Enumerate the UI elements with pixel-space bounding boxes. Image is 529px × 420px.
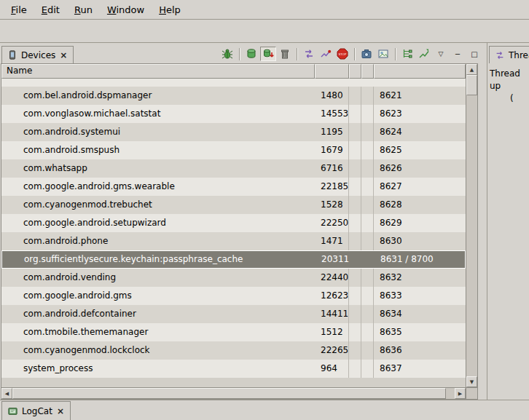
column-header-empty-1[interactable] — [349, 64, 361, 79]
cell-name: com.google.android.setupwizard — [1, 214, 315, 232]
cell-empty-2 — [361, 269, 374, 287]
report-icon — [377, 48, 389, 60]
cell-empty-2 — [361, 305, 374, 323]
cell-pid: 22265 — [315, 341, 349, 360]
menu-window[interactable]: Window — [101, 1, 151, 18]
update-threads-button[interactable] — [301, 47, 317, 61]
table-row[interactable]: com.google.android.setupwizard 22250 862… — [1, 214, 466, 232]
cell-empty-1 — [350, 251, 362, 268]
cell-empty-1 — [349, 178, 361, 196]
cell-pid: 20311 — [316, 251, 350, 268]
table-row[interactable]: com.android.systemui 1195 8624 — [1, 123, 466, 141]
table-row[interactable]: system_process 964 8637 — [1, 360, 466, 378]
menu-edit[interactable]: Edit — [35, 1, 66, 18]
method-profiling-button[interactable] — [318, 47, 334, 61]
main-toolbar — [0, 20, 529, 43]
minimize-button[interactable]: ─ — [450, 47, 466, 61]
table-row[interactable]: com.google.android.gms 12623 8633 — [1, 287, 466, 305]
dump-hprof-button[interactable] — [260, 47, 276, 61]
svg-text:STOP: STOP — [339, 52, 347, 56]
table-row[interactable]: com.whatsapp 6716 8626 — [1, 159, 466, 178]
cell-empty-2 — [361, 214, 374, 232]
table-row[interactable]: com.vonglasow.michael.satstat 14553 8623 — [1, 105, 466, 123]
device-icon — [7, 49, 17, 60]
table-row[interactable]: com.tmobile.thememanager 1512 8635 — [1, 323, 466, 341]
close-icon[interactable]: × — [59, 52, 68, 59]
table-row-partial — [1, 79, 466, 87]
column-header-pid[interactable] — [315, 64, 349, 79]
table-row[interactable]: org.sufficientlysecure.keychain:passphra… — [1, 250, 466, 269]
horizontal-scrollbar[interactable]: ◀ ▶ — [1, 388, 466, 399]
vertical-scrollbar[interactable]: ▲ ▼ — [466, 64, 477, 387]
threads-panel-header: Threads × — [487, 43, 529, 63]
cell-name: org.sufficientlysecure.keychain:passphra… — [2, 251, 316, 268]
threads-message-line2: ( — [490, 92, 527, 105]
close-icon[interactable]: × — [56, 408, 65, 415]
menu-help[interactable]: Help — [152, 1, 187, 18]
view-menu-button[interactable]: ▽ — [433, 47, 449, 61]
tab-threads[interactable]: Threads × — [489, 46, 529, 63]
menu-run[interactable]: Run — [68, 1, 99, 18]
table-row[interactable]: com.google.android.gms.wearable 22185 86… — [1, 178, 466, 196]
device-table-rows: com.bel.android.dspmanager 1480 8621 com… — [1, 79, 466, 387]
tab-logcat[interactable]: LogCat × — [1, 401, 71, 420]
table-row[interactable]: com.android.defcontainer 14411 8634 — [1, 305, 466, 323]
debug-button[interactable] — [219, 47, 235, 61]
stop-icon: STOP — [337, 48, 348, 60]
cell-name: com.google.android.gms — [1, 287, 315, 305]
screen-capture-button[interactable] — [358, 47, 375, 61]
toolbar-separator — [297, 48, 297, 60]
table-row[interactable]: com.cyanogenmod.lockclock 22265 8636 — [1, 341, 466, 360]
horizontal-scroll-trough[interactable] — [12, 388, 455, 399]
tree-view-button[interactable] — [399, 47, 415, 61]
cell-port: 8621 — [374, 87, 466, 105]
cell-port: 8632 — [374, 269, 466, 287]
toolbar-separator — [354, 48, 355, 60]
maximize-icon: □ — [471, 50, 477, 58]
cell-empty-1 — [349, 214, 361, 232]
cell-empty-1 — [349, 287, 361, 305]
scroll-down-button[interactable]: ▼ — [466, 376, 477, 387]
cell-pid: 12623 — [315, 287, 349, 305]
vertical-scroll-trough[interactable] — [466, 75, 477, 376]
cell-port: 8634 — [374, 305, 466, 323]
cell-empty-2 — [362, 251, 375, 268]
devices-panel-header: Devices × — [0, 43, 484, 63]
maximize-button[interactable]: □ — [466, 47, 482, 61]
cell-pid: 964 — [315, 360, 349, 378]
scroll-left-button[interactable]: ◀ — [1, 388, 12, 399]
table-row[interactable]: com.bel.android.dspmanager 1480 8621 — [1, 87, 466, 105]
cell-pid: 14411 — [315, 305, 349, 323]
bug-icon — [222, 48, 233, 60]
report-button[interactable] — [375, 47, 391, 61]
trash-icon — [279, 48, 291, 60]
table-row[interactable]: com.android.smspush 1679 8625 — [1, 141, 466, 159]
device-table-body: com.bel.android.dspmanager 1480 8621 com… — [1, 87, 466, 378]
tab-logcat-label: LogCat — [22, 406, 52, 416]
cell-empty-1 — [349, 341, 361, 360]
horizontal-scroll-thumb[interactable] — [12, 388, 446, 399]
trace-view-button[interactable] — [416, 47, 432, 61]
cell-port: 8625 — [374, 141, 466, 159]
cell-pid: 1195 — [315, 123, 349, 141]
tab-devices[interactable]: Devices × — [1, 46, 74, 63]
vertical-scroll-thumb[interactable] — [466, 75, 477, 95]
cell-name: com.android.systemui — [1, 123, 315, 141]
cell-port: 8631 / 8700 — [375, 251, 465, 268]
column-header-port[interactable] — [374, 64, 466, 79]
scroll-up-button[interactable]: ▲ — [466, 64, 477, 75]
table-row[interactable]: com.cyanogenmod.trebuchet 1528 8628 — [1, 196, 466, 214]
column-header-name[interactable]: Name — [1, 64, 315, 79]
table-row[interactable]: com.android.vending 22440 8632 — [1, 269, 466, 287]
cause-gc-button[interactable] — [277, 47, 293, 61]
menu-file[interactable]: File — [4, 1, 34, 18]
cell-name: com.whatsapp — [1, 159, 315, 178]
table-row[interactable]: com.android.phone 1471 8630 — [1, 232, 466, 250]
scroll-right-button[interactable]: ▶ — [455, 388, 466, 399]
column-header-empty-2[interactable] — [361, 64, 374, 79]
cell-name: com.android.phone — [1, 232, 315, 250]
stop-process-button[interactable]: STOP — [334, 47, 350, 61]
cell-pid: 1471 — [315, 232, 349, 250]
update-heap-button[interactable] — [243, 47, 259, 61]
cell-empty-1 — [349, 269, 361, 287]
